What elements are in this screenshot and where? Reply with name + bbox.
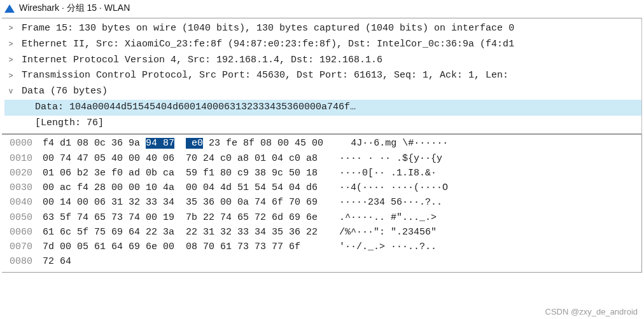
hex-offset: 0040: [10, 195, 43, 210]
tree-node-label: Frame 15: 130 bytes on wire (1040 bits),…: [16, 21, 514, 37]
hex-ascii: ···· · ·· .${y··{y: [339, 151, 442, 166]
hex-row[interactable]: 00707d 00 05 61 64 69 6e 00 08 70 61 73 …: [10, 240, 641, 254]
hex-offset: 0010: [10, 151, 43, 166]
expand-right-icon[interactable]: >: [6, 38, 16, 51]
hex-offset: 0050: [10, 210, 43, 225]
hex-bytes[interactable]: 72 64: [43, 254, 323, 269]
hex-offset: 0030: [10, 180, 43, 195]
hex-bytes[interactable]: f4 d1 08 0c 36 9a 94 87 e0 23 fe 8f 08 0…: [43, 136, 323, 151]
watermark: CSDN @zxy_de_android: [545, 307, 638, 316]
hex-row[interactable]: 003000 ac f4 28 00 00 10 4a 00 04 4d 51 …: [10, 180, 641, 195]
hex-offset: 0020: [10, 166, 43, 180]
hex-bytes[interactable]: 7d 00 05 61 64 69 6e 00 08 70 61 73 73 7…: [43, 240, 318, 254]
hex-ascii: 4J··6.mg \#······: [345, 136, 448, 151]
packet-bytes-pane[interactable]: 0000f4 d1 08 0c 36 9a 94 87 e0 23 fe 8f …: [2, 134, 642, 272]
tree-node-label: Data (76 bytes): [16, 84, 108, 100]
tree-node-label: Transmission Control Protocol, Src Port:…: [16, 68, 508, 84]
hex-ascii: ·····234 56···.?..: [339, 195, 442, 210]
tree-node[interactable]: > Internet Protocol Version 4, Src: 192.…: [4, 53, 641, 69]
tree-node[interactable]: v Data (76 bytes): [4, 84, 641, 100]
hex-ascii: .^····.. #"..._.>: [339, 210, 437, 225]
hex-offset: 0000: [10, 136, 43, 151]
hex-row[interactable]: 0000f4 d1 08 0c 36 9a 94 87 e0 23 fe 8f …: [10, 136, 641, 151]
hex-row[interactable]: 005063 5f 74 65 73 74 00 19 7b 22 74 65 …: [10, 210, 641, 225]
hex-row[interactable]: 004000 14 00 06 31 32 33 34 35 36 00 0a …: [10, 195, 641, 210]
hex-ascii: ····0[·· .1.I8.&·: [339, 166, 437, 180]
expand-down-icon[interactable]: v: [6, 85, 16, 98]
tree-child-node[interactable]: Data: 104a00044d51545404d600140006313233…: [4, 100, 641, 116]
hex-ascii: '··/._.> ···..?..: [339, 240, 437, 254]
hex-row[interactable]: 002001 06 b2 3e f0 ad 0b ca 59 f1 80 c9 …: [10, 166, 641, 180]
hex-offset: 0080: [10, 254, 43, 269]
tree-node[interactable]: > Transmission Control Protocol, Src Por…: [4, 68, 641, 84]
hex-bytes[interactable]: 61 6c 5f 75 69 64 22 3a 22 31 32 33 34 3…: [43, 225, 318, 240]
hex-offset: 0060: [10, 225, 43, 240]
tree-node[interactable]: > Frame 15: 130 bytes on wire (1040 bits…: [4, 21, 641, 37]
hex-row[interactable]: 006061 6c 5f 75 69 64 22 3a 22 31 32 33 …: [10, 225, 641, 240]
hex-bytes[interactable]: 00 14 00 06 31 32 33 34 35 36 00 0a 74 6…: [43, 195, 318, 210]
hex-bytes[interactable]: 00 74 47 05 40 00 40 06 70 24 c0 a8 01 0…: [43, 151, 318, 166]
hex-ascii: ··4(···· ····(····O: [339, 180, 448, 195]
expand-right-icon[interactable]: >: [6, 70, 16, 83]
hex-offset: 0070: [10, 240, 43, 254]
hex-bytes[interactable]: 00 ac f4 28 00 00 10 4a 00 04 4d 51 54 5…: [43, 180, 318, 195]
hex-ascii: /%^···": ".23456": [339, 225, 437, 240]
hex-row[interactable]: 008072 64: [10, 254, 641, 269]
expand-right-icon[interactable]: >: [6, 22, 16, 35]
window-title: Wireshark · 分组 15 · WLAN: [19, 3, 130, 14]
packet-details-pane[interactable]: > Frame 15: 130 bytes on wire (1040 bits…: [2, 18, 642, 134]
tree-node-label: Internet Protocol Version 4, Src: 192.16…: [16, 53, 382, 69]
tree-node-label: Ethernet II, Src: XiaomiCo_23:fe:8f (94:…: [16, 37, 514, 53]
hex-bytes[interactable]: 63 5f 74 65 73 74 00 19 7b 22 74 65 72 6…: [43, 210, 318, 225]
hex-bytes[interactable]: 01 06 b2 3e f0 ad 0b ca 59 f1 80 c9 38 9…: [43, 166, 318, 180]
tree-child-node[interactable]: [Length: 76]: [4, 116, 641, 132]
hex-row[interactable]: 001000 74 47 05 40 00 40 06 70 24 c0 a8 …: [10, 151, 641, 166]
window-titlebar: Wireshark · 分组 15 · WLAN: [0, 0, 644, 18]
wireshark-icon: [4, 3, 15, 14]
tree-node[interactable]: > Ethernet II, Src: XiaomiCo_23:fe:8f (9…: [4, 37, 641, 53]
expand-right-icon[interactable]: >: [6, 54, 16, 67]
